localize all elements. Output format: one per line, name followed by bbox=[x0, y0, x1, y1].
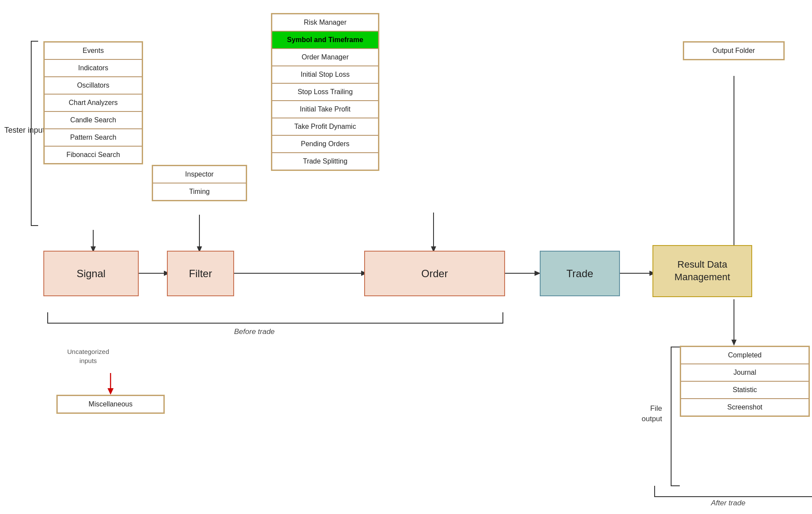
symbol-timeframe-item: Symbol and Timeframe bbox=[272, 31, 378, 49]
signal-label: Signal bbox=[77, 268, 106, 280]
result-label: Result DataManagement bbox=[675, 259, 730, 283]
events-item: Events bbox=[44, 42, 142, 59]
order-box: Order bbox=[364, 251, 505, 296]
filter-box: Filter bbox=[167, 251, 234, 296]
order-manager-item: Order Manager bbox=[272, 49, 378, 66]
file-output-label: Fileoutput bbox=[642, 403, 662, 424]
filter-box-group: Inspector Timing bbox=[152, 165, 247, 201]
result-data-mgmt-box: Result DataManagement bbox=[652, 245, 752, 297]
trade-box: Trade bbox=[540, 251, 620, 296]
stop-loss-trailing-item: Stop Loss Trailing bbox=[272, 83, 378, 101]
miscellaneous-group: Miscellaneous bbox=[56, 395, 165, 414]
tester-input-label: Tester input bbox=[4, 126, 45, 135]
uncategorized-label: Uncategorizedinputs bbox=[67, 347, 109, 365]
inspector-item: Inspector bbox=[153, 166, 246, 183]
fibonacci-search-item: Fibonacci Search bbox=[44, 146, 142, 164]
svg-marker-17 bbox=[731, 340, 737, 346]
completed-item: Completed bbox=[681, 347, 809, 364]
statistic-item: Statistic bbox=[681, 381, 809, 399]
svg-marker-19 bbox=[108, 388, 114, 395]
trade-splitting-item: Trade Splitting bbox=[272, 153, 378, 170]
after-trade-label: After trade bbox=[711, 499, 745, 507]
trade-label: Trade bbox=[567, 268, 594, 280]
initial-take-profit-item: Initial Take Profit bbox=[272, 101, 378, 118]
order-box-group: Risk Manager Symbol and Timeframe Order … bbox=[271, 13, 379, 171]
miscellaneous-item: Miscellaneous bbox=[57, 396, 164, 413]
output-folder-item: Output Folder bbox=[684, 42, 784, 59]
take-profit-dynamic-item: Take Profit Dynamic bbox=[272, 118, 378, 135]
order-label: Order bbox=[421, 268, 448, 280]
pending-orders-item: Pending Orders bbox=[272, 135, 378, 153]
risk-manager-item: Risk Manager bbox=[272, 14, 378, 31]
filter-label: Filter bbox=[189, 268, 212, 280]
timing-item: Timing bbox=[153, 183, 246, 200]
file-output-group: Completed Journal Statistic Screenshot bbox=[680, 346, 810, 417]
journal-item: Journal bbox=[681, 364, 809, 381]
initial-stop-loss-item: Initial Stop Loss bbox=[272, 66, 378, 83]
diagram-container: Tester input Events Indicators Oscillato… bbox=[0, 0, 812, 514]
before-trade-label: Before trade bbox=[234, 327, 275, 336]
signal-box: Signal bbox=[43, 251, 139, 296]
candle-search-item: Candle Search bbox=[44, 111, 142, 129]
output-folder-group: Output Folder bbox=[683, 41, 785, 60]
oscillators-item: Oscillators bbox=[44, 77, 142, 94]
screenshot-item: Screenshot bbox=[681, 399, 809, 416]
input-box-group: Events Indicators Oscillators Chart Anal… bbox=[43, 41, 143, 164]
indicators-item: Indicators bbox=[44, 59, 142, 77]
pattern-search-item: Pattern Search bbox=[44, 129, 142, 146]
chart-analyzers-item: Chart Analyzers bbox=[44, 94, 142, 111]
